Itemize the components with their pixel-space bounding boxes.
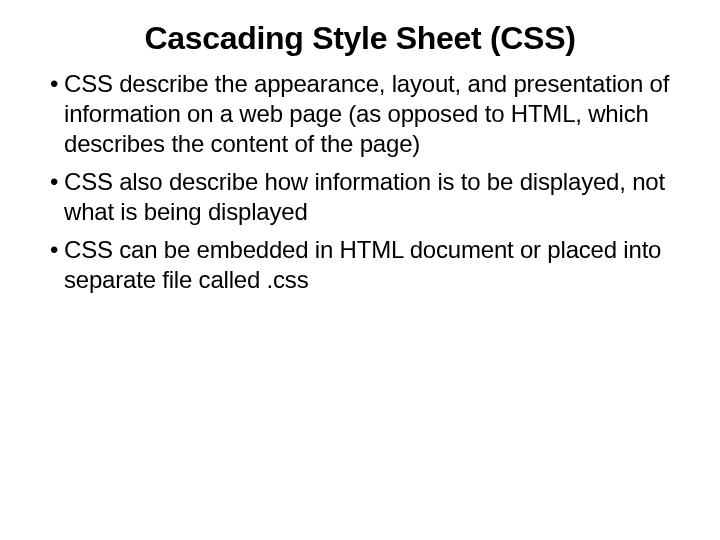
list-item: CSS can be embedded in HTML document or … [50,235,670,295]
bullet-list: CSS describe the appearance, layout, and… [50,69,670,295]
slide-title: Cascading Style Sheet (CSS) [50,20,670,57]
slide-container: Cascading Style Sheet (CSS) CSS describe… [0,0,720,540]
list-item: CSS describe the appearance, layout, and… [50,69,670,159]
list-item: CSS also describe how information is to … [50,167,670,227]
